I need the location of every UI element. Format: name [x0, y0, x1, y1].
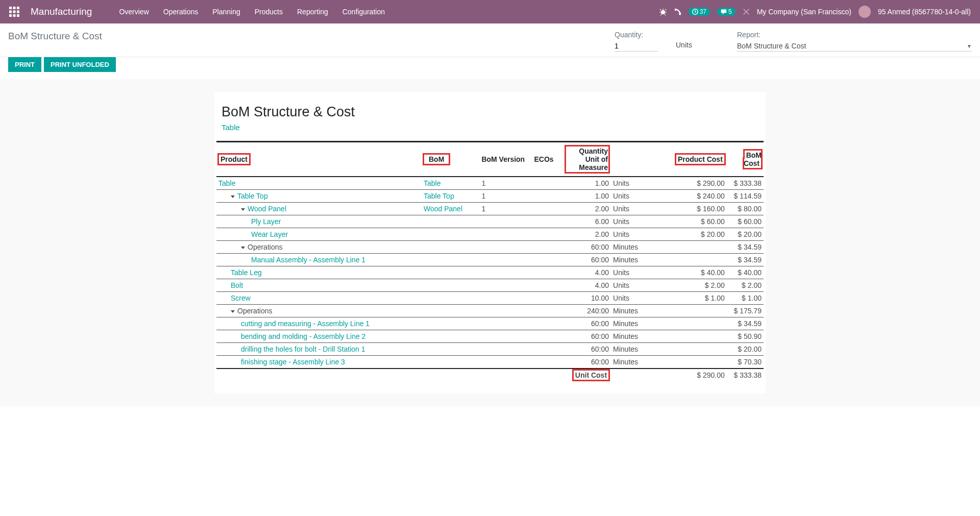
- uom-cell: Minutes: [611, 254, 669, 266]
- uom-cell: Minutes: [611, 317, 669, 330]
- bom-cell[interactable]: Table Top: [422, 190, 479, 203]
- bom-version-cell: [479, 215, 532, 228]
- expand-caret-icon[interactable]: [241, 208, 245, 211]
- col-ecos: ECOs: [532, 142, 564, 177]
- bom-cost-cell: $ 34.59: [727, 254, 764, 266]
- control-bar: BoM Structure & Cost Quantity: Units Rep…: [0, 23, 980, 57]
- quantity-cell: 60:00: [564, 317, 611, 330]
- expand-caret-icon[interactable]: [231, 195, 235, 198]
- quantity-cell: 60:00: [564, 241, 611, 254]
- print-button[interactable]: PRINT: [8, 57, 41, 72]
- report-subtitle[interactable]: Table: [222, 123, 764, 132]
- company-switcher[interactable]: My Company (San Francisco): [757, 8, 851, 16]
- svg-rect-4: [13, 11, 16, 13]
- uom-cell: Units: [611, 279, 669, 292]
- uom-static: Units: [676, 31, 727, 49]
- bom-cell: [422, 356, 479, 369]
- uom-cell: Minutes: [611, 305, 669, 317]
- product-cell[interactable]: Wood Panel: [248, 205, 286, 213]
- nav-operations[interactable]: Operations: [157, 4, 205, 20]
- product-cost-cell: [669, 305, 726, 317]
- bom-cost-cell: $ 20.00: [727, 343, 764, 356]
- product-cell[interactable]: cutting and measuring - Assembly Line 1: [241, 320, 370, 328]
- nav-planning[interactable]: Planning: [206, 4, 247, 20]
- svg-rect-7: [13, 14, 16, 17]
- product-cell[interactable]: Table Top: [237, 192, 268, 200]
- quantity-cell: 2.00: [564, 203, 611, 215]
- product-cell[interactable]: drilling the holes for bolt - Drill Stat…: [241, 345, 365, 353]
- bom-version-cell: [479, 279, 532, 292]
- nav-configuration[interactable]: Configuration: [336, 4, 391, 20]
- expand-caret-icon[interactable]: [241, 247, 245, 249]
- product-cell[interactable]: Wear Layer: [251, 230, 288, 238]
- nav-overview[interactable]: Overview: [112, 4, 155, 20]
- user-menu[interactable]: 95 Anmed (8567780-14-0-all): [878, 8, 971, 16]
- product-cell[interactable]: bending and molding - Assembly Line 2: [241, 332, 365, 340]
- svg-rect-3: [9, 11, 12, 13]
- product-cell[interactable]: Ply Layer: [251, 217, 281, 226]
- bom-cell[interactable]: Wood Panel: [422, 203, 479, 215]
- product-cost-cell: $ 1.00: [669, 292, 726, 305]
- nav-products[interactable]: Products: [248, 4, 289, 20]
- table-row: Ply Layer6.00Units$ 60.00$ 60.00: [216, 215, 764, 228]
- col-bom-cost: BoM Cost: [744, 150, 762, 168]
- activity-count: 37: [700, 8, 706, 15]
- table-row: Wood PanelWood Panel12.00Units$ 160.00$ …: [216, 203, 764, 215]
- product-cell[interactable]: Manual Assembly - Assembly Line 1: [251, 256, 365, 264]
- svg-rect-1: [13, 7, 16, 9]
- bom-version-cell: [479, 254, 532, 266]
- col-bom-version: BoM Version: [479, 142, 532, 177]
- bom-version-cell: [479, 317, 532, 330]
- table-row: Operations240:00Minutes$ 175.79: [216, 305, 764, 317]
- quantity-cell: 2.00: [564, 228, 611, 241]
- quantity-cell: 240:00: [564, 305, 611, 317]
- bom-cell: [422, 330, 479, 343]
- table-row: TableTable11.00Units$ 290.00$ 333.38: [216, 177, 764, 190]
- quantity-input[interactable]: [615, 41, 658, 52]
- product-cell: Operations: [237, 307, 272, 315]
- product-cost-cell: $ 40.00: [669, 266, 726, 279]
- expand-caret-icon[interactable]: [231, 310, 235, 313]
- bom-cell[interactable]: Table: [422, 177, 479, 190]
- table-row: finishing stage - Assembly Line 360:00Mi…: [216, 356, 764, 369]
- product-cost-cell: $ 240.00: [669, 190, 726, 203]
- phone-icon[interactable]: [674, 8, 681, 15]
- quantity-cell: 4.00: [564, 279, 611, 292]
- uom-cell: Minutes: [611, 343, 669, 356]
- table-row: cutting and measuring - Assembly Line 16…: [216, 317, 764, 330]
- message-badge[interactable]: 5: [717, 8, 736, 16]
- brand[interactable]: Manufacturing: [31, 6, 92, 17]
- nav-reporting[interactable]: Reporting: [290, 4, 335, 20]
- uom-cell: Minutes: [611, 330, 669, 343]
- product-cost-cell: [669, 241, 726, 254]
- table-row: Manual Assembly - Assembly Line 160:00Mi…: [216, 254, 764, 266]
- bug-icon[interactable]: [659, 8, 667, 16]
- apps-icon[interactable]: [9, 7, 19, 17]
- table-row: Bolt4.00Units$ 2.00$ 2.00: [216, 279, 764, 292]
- table-row: Table Leg4.00Units$ 40.00$ 40.00: [216, 266, 764, 279]
- bom-cost-cell: $ 50.90: [727, 330, 764, 343]
- col-uom: Unit of Measure: [579, 155, 608, 171]
- bom-version-cell: [479, 241, 532, 254]
- print-unfolded-button[interactable]: PRINT UNFOLDED: [44, 57, 116, 72]
- bom-cell: [422, 317, 479, 330]
- breadcrumb: BoM Structure & Cost: [8, 31, 102, 42]
- bom-cost-cell: $ 34.59: [727, 317, 764, 330]
- quantity-cell: 1.00: [564, 177, 611, 190]
- ecos-cell: [532, 266, 564, 279]
- ecos-cell: [532, 279, 564, 292]
- activity-badge[interactable]: 37: [689, 8, 710, 16]
- product-cell[interactable]: Table Leg: [231, 268, 262, 277]
- report-body: BoM Structure & Cost Table Product BoM B…: [0, 79, 980, 406]
- uom-cell: Units: [611, 266, 669, 279]
- bom-cell: [422, 305, 479, 317]
- product-cell[interactable]: finishing stage - Assembly Line 3: [241, 358, 345, 366]
- product-cell[interactable]: Table: [218, 179, 235, 187]
- report-select[interactable]: BoM Structure & Cost ▼: [737, 41, 972, 52]
- avatar[interactable]: [859, 6, 871, 18]
- product-cell[interactable]: Screw: [231, 294, 251, 302]
- bom-cost-cell: $ 60.00: [727, 215, 764, 228]
- col-quantity: Quantity: [579, 147, 608, 155]
- close-icon[interactable]: [743, 8, 750, 15]
- product-cell[interactable]: Bolt: [231, 281, 243, 289]
